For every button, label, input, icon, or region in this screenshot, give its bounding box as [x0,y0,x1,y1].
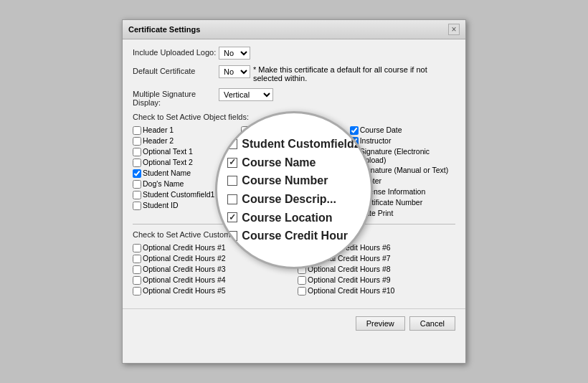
list-item: Footer [350,176,455,186]
date-print-label: Date Print [360,209,394,217]
default-cert-label: Default Certificate [133,65,219,75]
credit9-label: Optional Credit Hours #9 [308,275,391,284]
credit5-label: Optional Credit Hours #5 [143,286,226,295]
credit4-label: Optional Credit Hours #4 [143,275,226,284]
course-number-checkbox[interactable] [241,148,250,156]
list-item: Signature (Manual or Text) [350,166,455,175]
date-print-checkbox[interactable] [350,209,359,218]
credit10-label: Optional Credit Hours #10 [308,286,394,295]
list-item: Optional Credit Hours #8 [298,265,455,274]
dialog-titlebar: Certificate Settings × [123,20,465,39]
course-number-label: Course Number [251,147,304,156]
instructor-label: Instructor [360,136,392,145]
course-location-checkbox[interactable] [241,169,250,178]
credit8-checkbox[interactable] [298,265,306,274]
list-item: Signature (Electronic Upload) [350,147,455,164]
default-cert-row: Default Certificate No Yes * Make this c… [133,65,455,82]
header2-checkbox[interactable] [133,137,141,146]
credit1-label: Optional Credit Hours #1 [143,243,226,252]
course-icons-label: Course Icons [251,190,295,199]
student-cf1-checkbox[interactable] [133,191,141,199]
credit2-label: Optional Credit Hours #2 [143,254,226,263]
sig-electronic-checkbox[interactable] [350,148,359,156]
list-item: Optional Credit Hours #1 [133,243,290,252]
dialog-title: Certificate Settings [128,25,200,34]
default-cert-note: * Make this certificate a default for al… [253,65,455,82]
optional-text2-label: Optional Text 2 [143,158,193,166]
student-cf1-label: Student Customfield1 [143,190,214,199]
credit6-label: Optional Credit Hours #6 [308,243,391,252]
default-cert-select[interactable]: No Yes [219,65,250,78]
list-item: Course Name [241,136,346,146]
credit7-checkbox[interactable] [298,255,306,263]
credit6-checkbox[interactable] [298,244,306,252]
close-button[interactable]: × [448,24,460,35]
list-item: Optional Credit Hours #7 [298,254,455,263]
credit5-checkbox[interactable] [133,287,141,295]
course-icons-checkbox[interactable] [241,191,250,199]
multi-sig-select[interactable]: Vertical Horizontal [219,88,273,101]
credit7-label: Optional Credit Hours #7 [308,254,391,263]
course-desc-checkbox[interactable] [241,159,250,167]
list-item: Optional Credit Hours #6 [298,243,455,252]
credit3-checkbox[interactable] [133,265,141,274]
credit10-checkbox[interactable] [298,287,306,295]
student-name-label: Student Name [143,169,191,177]
sig-electronic-label: Signature (Electronic Upload) [360,147,455,164]
include-logo-select[interactable]: No Yes [219,47,250,60]
list-item: Course Location [241,169,346,178]
course-additional-label: Course Additional Text [251,201,326,209]
custom-credit-title: Check to Set Active Custom Credit Fields… [133,230,455,239]
list-item: Certificate Number [350,198,455,207]
course-name-checkbox[interactable] [241,137,250,146]
list-item: Course Date [350,126,455,135]
optional-text2-checkbox[interactable] [133,159,141,167]
course-credit-checkbox[interactable] [241,180,250,189]
instructor-checkbox[interactable] [350,137,359,146]
credit9-checkbox[interactable] [298,276,306,285]
list-item: Student ID [133,201,238,210]
sig-manual-checkbox[interactable] [350,166,359,175]
dogs-name-checkbox[interactable] [133,180,141,189]
list-item: Header 1 [133,126,238,135]
credit1-checkbox[interactable] [133,244,141,252]
footer-checkbox[interactable] [350,177,359,186]
preview-button[interactable]: Preview [356,316,405,331]
list-item: Optional Credit Hours #5 [133,286,290,295]
list-item: Course Description [241,158,346,167]
list-item: Header 2 [133,136,238,146]
course-additional-checkbox[interactable] [241,202,250,210]
cancel-button[interactable]: Cancel [409,316,455,331]
credit4-checkbox[interactable] [133,276,141,285]
dialog-content: Include Uploaded Logo: No Yes Default Ce… [123,39,465,303]
include-logo-row: Include Uploaded Logo: No Yes [133,47,455,60]
header2-label: Header 2 [143,136,174,145]
list-item: Date Print [350,209,455,218]
dogs-name-label: Dog's Name [143,179,184,188]
student-id-checkbox[interactable] [133,202,141,210]
optional-text1-checkbox[interactable] [133,148,141,156]
list-item: Instructor [350,136,455,146]
checkbox-col-1: Header 1 Header 2 Optional Text 1 Option… [133,126,238,218]
student-id-label: Student ID [143,201,179,209]
license-checkbox[interactable] [350,188,359,197]
course-date-label: Course Date [360,126,402,134]
list-item: Optional Text 2 [133,158,238,167]
multi-sig-label: Multiple Signature Display: [133,88,219,107]
student-name-checkbox[interactable] [133,169,141,178]
cert-number-checkbox[interactable] [350,199,359,207]
student-cf2-checkbox[interactable] [241,126,250,135]
footer-label: Footer [360,176,381,185]
optional-text1-label: Optional Text 1 [143,147,193,156]
multi-sig-field: Vertical Horizontal [219,88,455,101]
list-item: Student Name [133,169,238,178]
include-logo-field: No Yes [219,47,455,60]
header1-checkbox[interactable] [133,126,141,135]
cert-number-label: Certificate Number [360,198,423,207]
course-date-checkbox[interactable] [350,126,359,135]
list-item: Optional Text 1 [133,147,238,156]
credit2-checkbox[interactable] [133,255,141,263]
credit3-label: Optional Credit Hours #3 [143,265,226,273]
dialog-footer: Preview Cancel [123,308,465,338]
list-item: Course Number [241,147,346,156]
